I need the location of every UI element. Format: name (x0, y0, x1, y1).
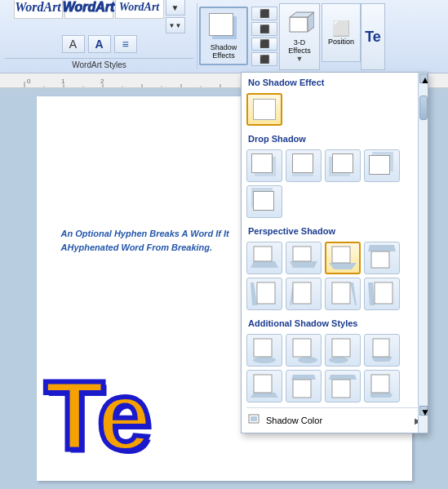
format-btn-2[interactable]: A (88, 35, 111, 53)
svg-rect-48 (332, 380, 350, 398)
wordart-style-1[interactable]: WordArt (14, 0, 63, 19)
ps-2[interactable] (286, 242, 322, 274)
position-button[interactable]: ⬜ Position (322, 3, 361, 62)
wordart-styles-section: WordArt WordArt WordArt ▲ ▼ ▼▼ A A ≡ Wor… (2, 3, 197, 69)
shadow-effects-section: Shadow Effects (197, 3, 250, 69)
ps-6[interactable] (286, 278, 322, 310)
ps-3-selected[interactable] (325, 242, 361, 274)
drop-shadow-extra[interactable] (246, 185, 282, 218)
dropdown-divider (246, 407, 423, 408)
scrollbar-thumb[interactable] (419, 96, 428, 120)
cube-svg (285, 11, 314, 38)
as-2[interactable] (286, 334, 322, 367)
wordart-scroll-buttons: ▲ ▼ ▼▼ (166, 0, 185, 33)
drop-shadow-title: Drop Shadow (242, 129, 428, 146)
ribbon: WordArt WordArt WordArt ▲ ▼ ▼▼ A A ≡ Wor… (0, 0, 448, 73)
misc-ribbon-buttons: ⬛ ⬛ ⬛ ⬛ (250, 3, 279, 69)
svg-rect-36 (254, 339, 272, 357)
ds-br-inner (251, 153, 277, 178)
as-6[interactable] (286, 370, 322, 402)
svg-rect-44 (254, 375, 272, 393)
svg-rect-46 (293, 380, 311, 398)
drop-shadow-bl[interactable] (325, 149, 361, 182)
svg-point-35 (253, 357, 276, 363)
svg-rect-26 (371, 251, 389, 268)
svg-rect-52 (251, 416, 257, 421)
svg-rect-34 (375, 282, 393, 304)
position-label: Position (328, 38, 354, 46)
drop-shadow-br[interactable] (246, 149, 282, 182)
as-5[interactable] (246, 370, 282, 402)
ribbon-btn-b[interactable]: ⬛ (251, 22, 277, 36)
perspective-shadow-grid (242, 238, 428, 313)
format-btn-3[interactable]: ≡ (114, 35, 137, 53)
shadow-effects-label: Shadow Effects (204, 44, 243, 60)
no-shadow-option[interactable] (246, 93, 282, 126)
shadow-color-row[interactable]: Shadow Color ▶ (242, 410, 428, 431)
svg-rect-20 (254, 247, 272, 261)
svg-text:1: 1 (61, 78, 65, 85)
svg-marker-33 (368, 282, 375, 305)
wordart-styles-label: WordArt Styles (5, 58, 193, 69)
svg-marker-45 (291, 375, 316, 380)
svg-marker-43 (251, 393, 278, 398)
svg-point-39 (329, 357, 348, 363)
svg-rect-22 (293, 247, 311, 261)
wordart-scroll-down[interactable]: ▼ (166, 0, 185, 16)
drop-shadow-tr[interactable] (364, 149, 400, 182)
three-d-icon (285, 11, 314, 38)
svg-point-37 (298, 357, 317, 363)
as-3[interactable] (325, 334, 361, 367)
wordart-large-text: Te (45, 367, 152, 465)
svg-rect-32 (332, 282, 350, 304)
three-d-dropdown-arrow: ▼ (296, 55, 304, 63)
dropdown-scrollbar[interactable]: ▲ ▼ (418, 73, 428, 433)
no-shadow-inner (253, 99, 276, 120)
scrollbar-up-arrow[interactable]: ▲ (419, 73, 428, 83)
ribbon-btn-d[interactable]: ⬛ (251, 52, 277, 66)
position-icon: ⬜ (332, 20, 350, 38)
svg-marker-41 (371, 357, 393, 362)
wordart-style-3[interactable]: WordArt (115, 0, 164, 19)
ps-1[interactable] (246, 242, 282, 274)
format-btn-1[interactable]: A (62, 35, 85, 53)
three-d-effects-button[interactable]: 3-D Effects ▼ (279, 3, 320, 70)
shadow-box-main (209, 13, 233, 36)
svg-marker-21 (290, 261, 317, 268)
shadow-effects-icon (207, 11, 240, 42)
as-8[interactable] (364, 370, 400, 402)
ps-7[interactable] (325, 278, 361, 310)
ps-5[interactable] (246, 278, 282, 310)
additional-shadow-grid (242, 331, 428, 406)
perspective-shadow-title: Perspective Shadow (242, 221, 428, 238)
as-7[interactable] (325, 370, 361, 402)
svg-rect-40 (332, 339, 350, 357)
drop-shadow-bm[interactable] (286, 149, 322, 182)
ribbon-btn-c[interactable]: ⬛ (251, 38, 277, 51)
svg-rect-28 (257, 282, 275, 304)
text-button[interactable]: Te (361, 3, 385, 70)
svg-marker-27 (251, 282, 257, 305)
svg-rect-24 (332, 247, 350, 263)
as-4[interactable] (364, 334, 400, 367)
wordart-style-2[interactable]: WordArt (64, 0, 113, 19)
drop-shadow-grid (242, 146, 428, 221)
scrollbar-down-arrow[interactable]: ▼ (419, 406, 428, 416)
svg-rect-30 (293, 282, 311, 304)
wordart-more[interactable]: ▼▼ (166, 17, 185, 33)
wordart-row: WordArt WordArt WordArt ▲ ▼ ▼▼ (14, 0, 185, 33)
ribbon-btn-a[interactable]: ⬛ (251, 7, 277, 20)
as-1[interactable] (246, 334, 282, 367)
shadow-color-label: Shadow Color (266, 416, 410, 425)
svg-marker-23 (329, 263, 357, 269)
additional-shadow-title: Additional Shadow Styles (242, 313, 428, 331)
svg-rect-50 (371, 375, 389, 393)
shadow-effects-button[interactable]: Shadow Effects (199, 7, 248, 65)
shadow-effects-dropdown: ▲ ▼ No Shadow Effect Drop Shadow (241, 72, 428, 433)
no-shadow-grid (242, 90, 428, 129)
svg-rect-38 (293, 339, 311, 357)
svg-marker-0 (290, 17, 308, 32)
svg-marker-31 (350, 282, 357, 305)
ps-4[interactable] (364, 242, 400, 274)
ps-8[interactable] (364, 278, 400, 310)
